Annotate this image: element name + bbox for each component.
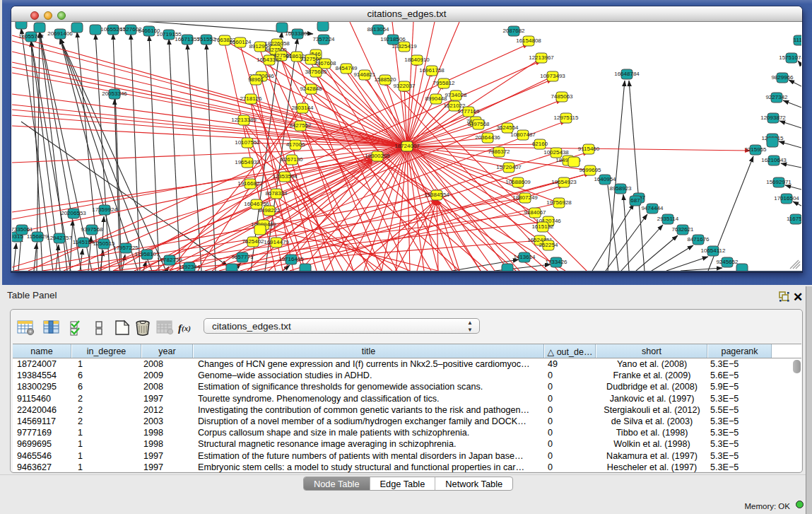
svg-text:9245652: 9245652 xyxy=(716,259,739,265)
svg-text:16210643: 16210643 xyxy=(761,157,787,163)
svg-text:18724007: 18724007 xyxy=(394,143,420,149)
svg-text:1250515: 1250515 xyxy=(93,240,115,247)
svg-text:15720407: 15720407 xyxy=(496,164,522,170)
svg-text:3624554: 3624554 xyxy=(496,124,519,131)
svg-text:9146821: 9146821 xyxy=(353,71,376,78)
svg-text:16543382: 16543382 xyxy=(257,57,282,63)
svg-text:16154808: 16154808 xyxy=(516,37,541,44)
svg-text:7357224: 7357224 xyxy=(312,36,335,42)
svg-text:12975115: 12975115 xyxy=(554,115,579,121)
svg-text:15751074: 15751074 xyxy=(779,54,801,61)
svg-text:7335061: 7335061 xyxy=(12,226,33,233)
svg-text:17016504: 17016504 xyxy=(774,195,799,201)
svg-text:116753: 116753 xyxy=(787,216,801,222)
svg-text:13325419: 13325419 xyxy=(392,43,417,49)
svg-text:19716485: 19716485 xyxy=(278,256,304,262)
svg-text:10025438: 10025438 xyxy=(543,149,569,156)
svg-text:20206553: 20206553 xyxy=(61,210,86,216)
svg-text:7485063: 7485063 xyxy=(551,93,573,100)
svg-text:1640954: 1640954 xyxy=(594,176,616,182)
svg-text:2867608: 2867608 xyxy=(314,60,336,66)
svg-text:18640910: 18640910 xyxy=(404,57,430,63)
svg-text:9829966: 9829966 xyxy=(771,74,794,81)
svg-text:9734028: 9734028 xyxy=(445,92,467,98)
svg-text:14055712: 14055712 xyxy=(18,33,44,40)
svg-text:6497568: 6497568 xyxy=(467,121,490,127)
svg-text:2087682: 2087682 xyxy=(502,28,525,34)
svg-text:8454749: 8454749 xyxy=(335,65,358,71)
svg-text:(x): (x) xyxy=(182,324,191,333)
svg-text:12213389: 12213389 xyxy=(231,117,257,123)
svg-text:16782759: 16782759 xyxy=(157,257,182,263)
svg-text:8498222: 8498222 xyxy=(258,207,281,214)
svg-text:10654112: 10654112 xyxy=(701,247,726,254)
svg-text:1588520: 1588520 xyxy=(374,76,396,83)
svg-text:8471676: 8471676 xyxy=(687,236,710,243)
svg-text:1192344: 1192344 xyxy=(179,264,201,270)
svg-text:2803144: 2803144 xyxy=(291,105,314,111)
svg-text:16914479: 16914479 xyxy=(264,239,289,245)
svg-text:1145194: 1145194 xyxy=(73,239,95,245)
svg-text:17957225: 17957225 xyxy=(113,245,139,251)
svg-text:8267130: 8267130 xyxy=(281,156,303,163)
svg-text:687: 687 xyxy=(630,197,640,204)
svg-text:1156829: 1156829 xyxy=(27,233,49,240)
svg-text:9699695: 9699695 xyxy=(579,167,601,173)
svg-text:19654933: 19654933 xyxy=(235,159,260,165)
svg-text:16961758: 16961758 xyxy=(419,67,445,74)
svg-text:417006: 417006 xyxy=(286,141,305,148)
svg-text:16648784: 16648784 xyxy=(614,71,640,77)
svg-text:1112: 1112 xyxy=(794,37,801,43)
svg-text:7625402: 7625402 xyxy=(242,238,264,245)
svg-text:9397568: 9397568 xyxy=(81,226,103,233)
svg-text:12093872: 12093872 xyxy=(760,115,786,121)
svg-text:252254: 252254 xyxy=(539,242,558,248)
svg-text:1413614: 1413614 xyxy=(513,254,536,260)
svg-text:7632621: 7632621 xyxy=(671,226,694,233)
svg-text:2935114: 2935114 xyxy=(657,216,679,222)
svg-text:3875685: 3875685 xyxy=(305,69,327,75)
svg-text:62160: 62160 xyxy=(532,141,548,147)
svg-text:16033809: 16033809 xyxy=(285,30,310,37)
svg-text:10973493: 10973493 xyxy=(540,73,565,79)
svg-text:19384554: 19384554 xyxy=(424,192,449,198)
svg-text:12353594: 12353594 xyxy=(272,173,298,180)
svg-text:98961: 98961 xyxy=(248,76,264,83)
svg-text:8678334: 8678334 xyxy=(265,190,288,197)
svg-text:9242848: 9242848 xyxy=(300,86,322,92)
svg-text:19654923: 19654923 xyxy=(551,179,577,185)
svg-text:20691406: 20691406 xyxy=(47,30,73,37)
svg-text:3215955: 3215955 xyxy=(744,146,767,153)
svg-text:9657771: 9657771 xyxy=(231,254,254,260)
svg-text:1733426: 1733426 xyxy=(545,259,567,265)
svg-text:17359924: 17359924 xyxy=(92,206,117,213)
svg-text:8427552: 8427552 xyxy=(289,122,312,129)
svg-text:9227342: 9227342 xyxy=(765,94,788,100)
svg-text:8990448: 8990448 xyxy=(425,95,447,102)
svg-text:9322037: 9322037 xyxy=(393,83,416,89)
svg-text:10807487: 10807487 xyxy=(510,132,536,138)
svg-text:9777169: 9777169 xyxy=(457,108,480,115)
svg-text:9474444: 9474444 xyxy=(641,205,664,211)
svg-text:12213967: 12213967 xyxy=(529,54,554,61)
svg-text:20364436: 20364436 xyxy=(475,134,500,141)
svg-text:19166827: 19166827 xyxy=(237,180,263,187)
svg-text:8958923: 8958923 xyxy=(609,185,632,192)
svg-text:7986372: 7986372 xyxy=(488,148,510,155)
svg-text:19756928: 19756928 xyxy=(546,199,572,206)
svg-text:18300295: 18300295 xyxy=(365,153,390,159)
svg-text:15692971: 15692971 xyxy=(766,179,792,185)
svg-text:10107552: 10107552 xyxy=(235,139,260,146)
svg-text:18807249: 18807249 xyxy=(512,194,538,201)
svg-text:1615132: 1615132 xyxy=(531,223,554,230)
svg-text:9184067: 9184067 xyxy=(524,209,546,216)
svg-text:20053346: 20053346 xyxy=(102,90,127,97)
svg-text:10688609: 10688609 xyxy=(505,179,531,185)
svg-text:11958107: 11958107 xyxy=(135,251,160,257)
svg-text:9115460: 9115460 xyxy=(578,146,600,152)
svg-text:8660124: 8660124 xyxy=(229,39,252,45)
svg-text:12942757: 12942757 xyxy=(47,235,72,241)
svg-text:7955812: 7955812 xyxy=(433,80,455,86)
svg-text:8813054: 8813054 xyxy=(367,26,389,33)
svg-text:2718126: 2718126 xyxy=(240,95,262,102)
